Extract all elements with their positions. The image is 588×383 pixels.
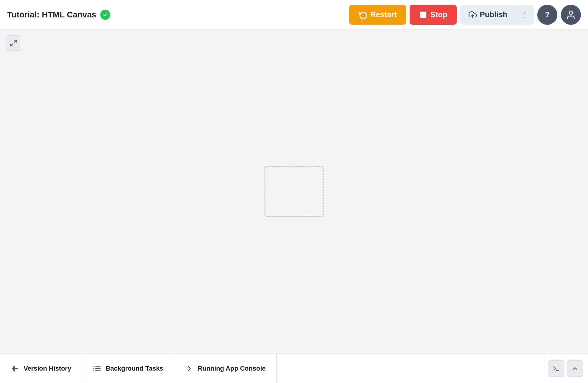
tab-running-app-console[interactable]: Running App Console — [174, 354, 277, 383]
console-icon — [185, 364, 194, 373]
tab-background-tasks[interactable]: Background Tasks — [82, 354, 174, 383]
publish-label: Publish — [480, 10, 507, 19]
stop-label: Stop — [430, 10, 447, 19]
cloud-upload-icon — [469, 11, 477, 19]
help-icon: ? — [545, 10, 550, 19]
page-title: Tutorial: HTML Canvas — [7, 10, 96, 19]
canvas-area — [0, 30, 588, 353]
tab-spacer — [277, 354, 543, 383]
user-button[interactable] — [561, 5, 581, 25]
tab-actions — [543, 354, 588, 383]
running-app-console-label: Running App Console — [198, 365, 266, 372]
publish-group: Publish ⋮ — [460, 5, 534, 25]
user-icon — [566, 10, 576, 20]
stop-button[interactable]: Stop — [410, 5, 457, 25]
canvas-placeholder — [265, 166, 323, 217]
check-icon — [102, 12, 108, 18]
restart-button[interactable]: Restart — [349, 5, 406, 25]
svg-rect-0 — [420, 12, 426, 18]
svg-point-2 — [569, 11, 572, 14]
collapse-icon — [10, 39, 17, 47]
terminal-icon — [553, 365, 560, 372]
header: Tutorial: HTML Canvas Restart Stop — [0, 0, 588, 30]
more-icon: ⋮ — [521, 11, 528, 19]
chevron-up-button[interactable] — [567, 360, 583, 377]
tab-version-history[interactable]: Version History — [0, 354, 82, 383]
version-history-label: Version History — [24, 365, 71, 372]
background-tasks-label: Background Tasks — [106, 365, 163, 372]
title-group: Tutorial: HTML Canvas — [7, 10, 349, 20]
bottom-tabs: Version History Background Tasks Running… — [0, 353, 588, 383]
background-tasks-icon — [93, 364, 101, 373]
restart-icon — [359, 10, 367, 19]
help-button[interactable]: ? — [537, 5, 557, 25]
stop-icon — [419, 11, 427, 19]
header-actions: Restart Stop Publish ⋮ ? — [349, 5, 581, 25]
status-indicator — [100, 10, 110, 20]
more-options-button[interactable]: ⋮ — [516, 5, 534, 25]
chevron-up-icon — [571, 365, 579, 372]
restart-label: Restart — [370, 10, 397, 19]
version-history-icon — [11, 364, 19, 373]
publish-button[interactable]: Publish — [460, 5, 516, 25]
collapse-button[interactable] — [6, 35, 21, 51]
terminal-button[interactable] — [548, 360, 564, 377]
